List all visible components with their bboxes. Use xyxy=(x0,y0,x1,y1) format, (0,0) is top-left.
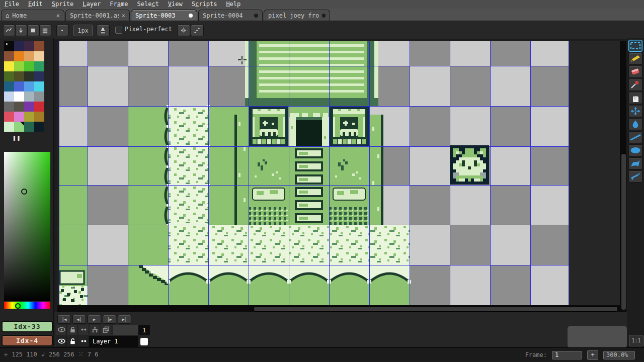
hamburger-button[interactable] xyxy=(39,25,51,36)
palette-swatch-18[interactable] xyxy=(24,81,34,92)
tab-sprite-0004[interactable]: Sprite-0004 xyxy=(198,10,263,21)
tool-move[interactable] xyxy=(628,105,642,117)
palette-swatch-14[interactable] xyxy=(24,71,34,81)
play-button[interactable]: ▶ xyxy=(88,315,101,324)
tool-eraser[interactable] xyxy=(628,66,642,78)
sprite-canvas[interactable] xyxy=(57,41,620,305)
ink-type-button[interactable] xyxy=(97,25,110,36)
tool-hand[interactable] xyxy=(628,92,642,104)
palette-swatch-11[interactable] xyxy=(34,61,44,71)
palette-swatch-32[interactable] xyxy=(4,122,14,132)
timeline-header-cels[interactable] xyxy=(101,325,111,335)
palette-swatch-9[interactable] xyxy=(14,61,24,71)
palette-swatch-5[interactable] xyxy=(14,51,24,61)
tool-eyedropper[interactable] xyxy=(628,79,642,91)
cel-cell[interactable] xyxy=(138,336,150,347)
palette-swatch-1[interactable] xyxy=(14,41,24,51)
menu-edit[interactable]: Edit xyxy=(24,0,47,9)
palette-swatch-30[interactable] xyxy=(24,112,34,122)
menu-layer[interactable]: Layer xyxy=(78,0,105,9)
palette-swatch-17[interactable] xyxy=(14,81,24,92)
palette-swatch-19[interactable] xyxy=(34,81,44,92)
palette-swatch-25[interactable] xyxy=(14,102,24,112)
frame-number-header[interactable]: 1 xyxy=(138,325,150,335)
menu-view[interactable]: View xyxy=(164,0,187,9)
palette-swatch-26[interactable] xyxy=(24,102,34,112)
horizontal-scrollbar-thumb[interactable] xyxy=(254,306,618,312)
palette-swatch-33[interactable] xyxy=(14,122,24,132)
tool-line[interactable] xyxy=(628,131,642,143)
palette-swatch-28[interactable] xyxy=(4,112,14,122)
palette-swatch-7[interactable] xyxy=(34,51,44,61)
layer-eye-toggle[interactable] xyxy=(56,336,67,347)
timeline-header-eye[interactable] xyxy=(56,325,67,335)
palette-swatch-2[interactable] xyxy=(24,41,34,51)
freehand-button[interactable] xyxy=(3,25,15,36)
goto-first-frame-button[interactable]: |◀ xyxy=(57,315,71,324)
timeline-scroll-area[interactable] xyxy=(568,326,627,348)
menu-file[interactable]: File xyxy=(0,0,24,9)
symmetry-button[interactable] xyxy=(177,25,190,36)
palette-swatch-4[interactable] xyxy=(4,51,14,61)
tool-rectangular-marquee[interactable] xyxy=(628,40,642,52)
palette-swatch-8[interactable] xyxy=(4,61,14,71)
palette-swatch-10[interactable] xyxy=(24,61,34,71)
palette-swatch-13[interactable] xyxy=(14,71,24,81)
palette-swatch-21[interactable] xyxy=(14,92,24,102)
palette-swatch-24[interactable] xyxy=(4,102,14,112)
palette-swatch-35[interactable] xyxy=(34,122,44,132)
tool-paint-bucket[interactable] xyxy=(628,118,642,130)
timeline-header-lock[interactable] xyxy=(67,325,78,335)
arrow-down-button[interactable] xyxy=(15,25,27,36)
tab-pixel-joey-fror[interactable]: pixel joey fror xyxy=(264,10,330,21)
tab-sprite-0001-ase[interactable]: Sprite-0001.ase× xyxy=(65,10,130,21)
goto-last-frame-button[interactable]: ▶| xyxy=(118,315,131,324)
filled-square-button[interactable] xyxy=(27,25,39,36)
background-color-button[interactable]: Idx-4 xyxy=(2,335,53,346)
new-frame-button[interactable]: + xyxy=(587,350,598,360)
palette-swatch-23[interactable] xyxy=(34,92,44,102)
layer-name[interactable]: Layer 1 xyxy=(89,336,138,347)
horizontal-scrollbar[interactable] xyxy=(57,305,620,312)
vertical-scrollbar[interactable] xyxy=(620,41,626,312)
palette-swatch-29[interactable] xyxy=(14,112,24,122)
palette-swatch-34[interactable] xyxy=(24,122,34,132)
palette-swatch-15[interactable] xyxy=(34,71,44,81)
menu-help[interactable]: Help xyxy=(221,0,245,9)
palette-swatch-12[interactable] xyxy=(4,71,14,81)
close-icon[interactable]: × xyxy=(56,12,60,19)
palette-swatch-31[interactable] xyxy=(34,112,44,122)
tool-pencil[interactable] xyxy=(628,53,642,65)
palette-swatch-22[interactable] xyxy=(24,92,34,102)
palette-swatch-27[interactable] xyxy=(34,102,44,112)
prev-frame-button[interactable]: ◀| xyxy=(72,315,86,324)
color-saturation-picker[interactable] xyxy=(4,152,50,301)
tool-ellipse[interactable] xyxy=(628,144,642,156)
palette-swatch-6[interactable] xyxy=(24,51,34,61)
palette-resize-handle[interactable]: ❚❚ xyxy=(13,135,21,141)
menu-select[interactable]: Select xyxy=(132,0,163,9)
timeline-header-onion[interactable] xyxy=(90,325,100,335)
next-frame-button[interactable]: |▶ xyxy=(103,315,116,324)
tool-jumble[interactable] xyxy=(628,170,642,183)
palette-swatch-20[interactable] xyxy=(4,92,14,102)
tab-home[interactable]: ⌂Home× xyxy=(1,10,64,21)
zoom-input[interactable]: 300.0% xyxy=(603,351,635,359)
brush-size-field[interactable]: 1px xyxy=(73,25,93,36)
palette-swatch-3[interactable] xyxy=(34,41,44,51)
zoom-1-1-button[interactable]: 1:1 xyxy=(629,335,643,346)
color-picker-marker[interactable] xyxy=(21,189,27,195)
layer-linked-toggle[interactable] xyxy=(78,336,89,347)
pixel-perfect-checkbox[interactable] xyxy=(115,27,122,34)
brush-type-button[interactable] xyxy=(56,25,68,36)
close-icon[interactable]: × xyxy=(122,12,125,19)
timeline-header-linked[interactable] xyxy=(78,325,89,335)
vertical-scrollbar-thumb[interactable] xyxy=(621,153,626,310)
hue-slider-marker[interactable] xyxy=(15,303,21,309)
frame-input[interactable]: 1 xyxy=(552,351,582,359)
menu-scripts[interactable]: Scripts xyxy=(187,0,222,9)
dynamics-button[interactable] xyxy=(191,25,204,36)
menu-frame[interactable]: Frame xyxy=(105,0,132,9)
tab-sprite-0003[interactable]: Sprite-0003 xyxy=(131,10,197,21)
layer-lock-toggle[interactable] xyxy=(67,336,78,347)
